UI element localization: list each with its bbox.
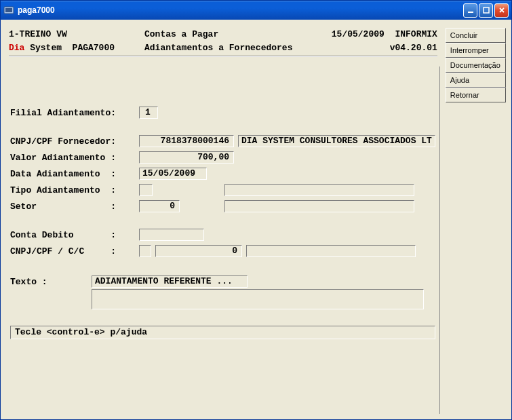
right-button-panel: Concluir Interromper Documentação Ajuda … xyxy=(446,24,506,414)
cnpjcc-desc-display xyxy=(246,245,416,257)
valor-input[interactable]: 700,00 xyxy=(139,151,234,164)
main-area: 1-TREINO VW Contas a Pagar 15/05/2009 IN… xyxy=(6,24,440,414)
setor-label: Setor : xyxy=(10,202,139,212)
help-hint: Tecle <control-e> p/ajuda xyxy=(10,326,435,339)
documentacao-button[interactable]: Documentação xyxy=(446,58,506,73)
valor-label: Valor Adiantamento : xyxy=(10,153,139,163)
header-block: 1-TREINO VW Contas a Pagar 15/05/2009 IN… xyxy=(6,24,440,62)
cnpjcc-label: CNPJ/CPF / C/C : xyxy=(10,246,139,256)
ajuda-button[interactable]: Ajuda xyxy=(446,73,506,88)
tipo-desc-display xyxy=(224,184,414,196)
concluir-button[interactable]: Concluir xyxy=(446,28,506,43)
data-label: Data Adiantamento : xyxy=(10,169,139,179)
application-window: paga7000 1-TREINO VW Contas a Pagar 15/0… xyxy=(0,0,512,420)
header-date-db: 15/05/2009 INFORMIX xyxy=(315,28,437,41)
client-area: 1-TREINO VW Contas a Pagar 15/05/2009 IN… xyxy=(1,20,511,419)
cnpj-label: CNPJ/CPF Fornecedor: xyxy=(10,136,139,147)
close-button[interactable] xyxy=(494,3,509,18)
title-bar: paga7000 xyxy=(1,1,511,20)
window-buttons xyxy=(463,3,509,18)
header-system: Dia System PAGA7000 xyxy=(9,41,144,55)
tipo-label: Tipo Adiantamento : xyxy=(10,185,139,195)
setor-input[interactable]: 0 xyxy=(139,200,180,212)
tipo-input[interactable] xyxy=(139,184,153,196)
conta-label: Conta Debito : xyxy=(10,230,139,240)
form-panel: Filial Adiantamento: 1 CNPJ/CPF Forneced… xyxy=(6,66,440,414)
header-company: 1-TREINO VW xyxy=(9,28,144,41)
maximize-button[interactable] xyxy=(479,3,493,18)
interromper-button[interactable]: Interromper xyxy=(446,43,506,58)
svg-rect-2 xyxy=(468,12,473,13)
header-module: Contas a Pagar xyxy=(144,28,315,41)
retornar-button[interactable]: Retornar xyxy=(446,88,506,102)
filial-input[interactable]: 1 xyxy=(139,107,158,119)
setor-desc-display xyxy=(224,200,414,212)
cnpj-input[interactable]: 7818378000146 xyxy=(139,135,234,147)
cnpj-name-display: DIA SYSTEM CONSULTORES ASSOCIADOS LT xyxy=(238,135,435,147)
minimize-button[interactable] xyxy=(463,3,477,18)
svg-rect-3 xyxy=(484,7,489,13)
texto-label: Texto : xyxy=(10,275,92,309)
filial-label: Filial Adiantamento: xyxy=(10,108,139,118)
texto-line2[interactable] xyxy=(92,289,424,309)
window-title: paga7000 xyxy=(18,5,463,15)
cnpjcc-b-input[interactable]: 0 xyxy=(155,245,242,257)
texto-line1[interactable]: ADIANTAMENTO REFERENTE ... xyxy=(92,275,248,288)
conta-input[interactable] xyxy=(139,229,204,241)
cnpjcc-a-input[interactable] xyxy=(139,245,151,257)
header-separator xyxy=(9,56,437,57)
header-screen: Adiantamentos a Fornecedores xyxy=(144,41,315,55)
header-version: v04.20.01 xyxy=(315,41,437,55)
app-icon xyxy=(3,5,14,16)
svg-rect-1 xyxy=(5,8,12,12)
data-input[interactable]: 15/05/2009 xyxy=(139,168,207,180)
